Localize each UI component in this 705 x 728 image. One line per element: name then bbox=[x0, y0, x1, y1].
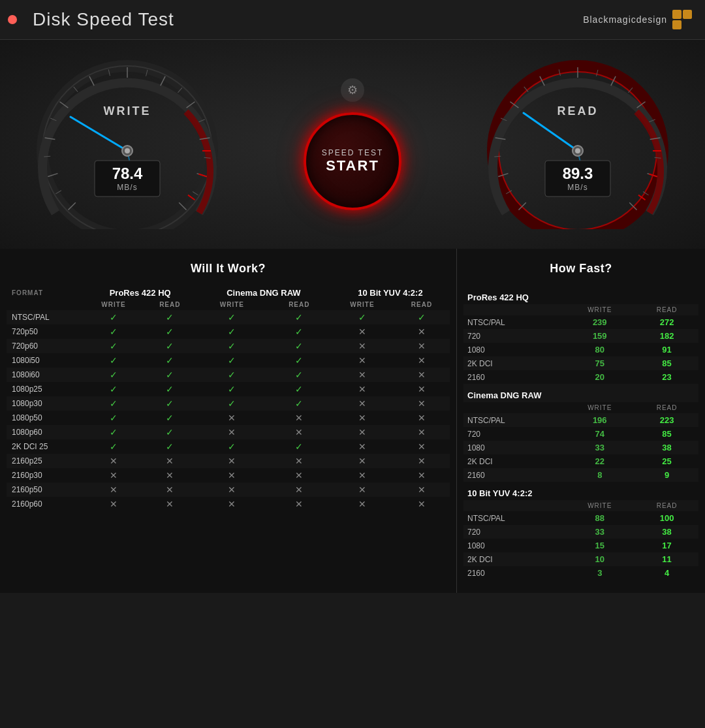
work-cell: ✕ bbox=[331, 382, 394, 396]
data-section: Will It Work? FORMAT ProRes 422 HQ Cinem… bbox=[0, 249, 705, 593]
svg-text:MB/s: MB/s bbox=[567, 183, 588, 192]
fast-data-row: 216034 bbox=[463, 566, 698, 580]
cross-mark: ✕ bbox=[418, 470, 426, 481]
work-table-row: 1080p50✓✓✕✕✕✕ bbox=[7, 411, 450, 425]
work-row-label: NTSC/PAL bbox=[7, 310, 84, 324]
fast-col-header: WRITE bbox=[564, 402, 635, 413]
cross-mark: ✕ bbox=[358, 484, 366, 495]
fast-write-value: 33 bbox=[564, 525, 635, 539]
fast-col-header: READ bbox=[635, 402, 698, 413]
settings-button[interactable]: ⚙ bbox=[341, 78, 364, 102]
start-button[interactable]: SPEED TEST START bbox=[304, 112, 401, 210]
brand-name: Blackmagicdesign bbox=[583, 14, 667, 25]
work-cell: ✕ bbox=[84, 483, 143, 497]
work-cell: ✓ bbox=[84, 382, 143, 396]
fast-group-title: Cinema DNG RAW bbox=[463, 384, 698, 402]
work-cell: ✓ bbox=[268, 368, 331, 382]
work-cell: ✕ bbox=[394, 497, 450, 511]
fast-write-value: 22 bbox=[564, 454, 635, 468]
work-cell: ✕ bbox=[394, 339, 450, 353]
fast-table: ProRes 422 HQWRITEREADNTSC/PAL2392727201… bbox=[463, 286, 698, 580]
fast-write-value: 10 bbox=[564, 552, 635, 566]
fast-data-row: 10803338 bbox=[463, 441, 698, 454]
check-mark: ✓ bbox=[110, 326, 118, 337]
svg-line-27 bbox=[70, 117, 127, 151]
cross-mark: ✕ bbox=[358, 384, 366, 394]
fast-row-label: 1080 bbox=[463, 343, 564, 356]
fast-read-value: 38 bbox=[635, 441, 698, 454]
work-row-label: 2160p60 bbox=[7, 497, 84, 511]
work-table-row: 2160p30✕✕✕✕✕✕ bbox=[7, 468, 450, 483]
title-bar: Disk Speed Test Blackmagicdesign bbox=[0, 0, 705, 40]
write-gauge: WRITE 78.4 MB/s bbox=[26, 59, 228, 229]
work-table-row: 720p60✓✓✓✓✕✕ bbox=[7, 339, 450, 353]
work-cell: ✕ bbox=[144, 468, 196, 483]
work-row-label: 2K DCI 25 bbox=[7, 439, 84, 454]
cross-mark: ✕ bbox=[295, 413, 303, 423]
work-cell: ✓ bbox=[144, 382, 196, 396]
fast-col-header-row: WRITEREAD bbox=[463, 304, 698, 315]
check-mark: ✓ bbox=[228, 326, 236, 337]
work-cell: ✕ bbox=[331, 339, 394, 353]
check-mark: ✓ bbox=[166, 441, 174, 452]
fast-write-value: 88 bbox=[564, 511, 635, 525]
fast-write-value: 239 bbox=[564, 315, 635, 329]
work-table-row: 2K DCI 25✓✓✓✓✕✕ bbox=[7, 439, 450, 454]
fast-read-value: 23 bbox=[635, 370, 698, 384]
cross-mark: ✕ bbox=[418, 384, 426, 394]
cross-mark: ✕ bbox=[418, 441, 426, 452]
work-cell: ✓ bbox=[144, 439, 196, 454]
work-cell: ✕ bbox=[331, 324, 394, 339]
cross-mark: ✕ bbox=[418, 326, 426, 337]
work-row-label: 1080p60 bbox=[7, 425, 84, 439]
work-cell: ✓ bbox=[268, 353, 331, 368]
check-mark: ✓ bbox=[110, 398, 118, 409]
cross-mark: ✕ bbox=[166, 470, 174, 481]
work-row-label: 1080p30 bbox=[7, 396, 84, 411]
work-cell: ✓ bbox=[268, 396, 331, 411]
work-cell: ✓ bbox=[84, 439, 143, 454]
work-cell: ✓ bbox=[144, 396, 196, 411]
fast-write-value: 75 bbox=[564, 356, 635, 370]
cross-mark: ✕ bbox=[295, 456, 303, 466]
svg-text:READ: READ bbox=[557, 104, 598, 118]
svg-line-62 bbox=[524, 113, 578, 151]
work-cell: ✕ bbox=[394, 396, 450, 411]
fast-read-value: 182 bbox=[635, 329, 698, 343]
work-cell: ✓ bbox=[196, 324, 268, 339]
cross-mark: ✕ bbox=[358, 326, 366, 337]
cross-mark: ✕ bbox=[228, 470, 236, 481]
fast-data-row: NTSC/PAL196223 bbox=[463, 413, 698, 427]
fast-read-value: 223 bbox=[635, 413, 698, 427]
work-cell: ✓ bbox=[268, 324, 331, 339]
fast-write-value: 3 bbox=[564, 566, 635, 580]
write-gauge-svg: WRITE 78.4 MB/s bbox=[26, 59, 228, 229]
work-cell: ✕ bbox=[196, 468, 268, 483]
read-gauge-svg: READ 89.3 MB/s bbox=[477, 59, 679, 229]
work-cell: ✕ bbox=[331, 368, 394, 382]
work-cell: ✕ bbox=[268, 483, 331, 497]
cross-mark: ✕ bbox=[418, 427, 426, 437]
svg-text:WRITE: WRITE bbox=[104, 104, 151, 118]
check-mark: ✓ bbox=[110, 441, 118, 452]
work-cell: ✓ bbox=[84, 353, 143, 368]
cross-mark: ✕ bbox=[358, 398, 366, 409]
work-cell: ✕ bbox=[394, 411, 450, 425]
check-mark: ✓ bbox=[295, 441, 303, 452]
cross-mark: ✕ bbox=[418, 355, 426, 366]
fast-data-row: 720159182 bbox=[463, 329, 698, 343]
fast-row-label: 2160 bbox=[463, 468, 564, 482]
work-cell: ✓ bbox=[268, 382, 331, 396]
work-cell: ✕ bbox=[196, 411, 268, 425]
work-cell: ✕ bbox=[394, 468, 450, 483]
fast-group-header-row: ProRes 422 HQ bbox=[463, 286, 698, 304]
how-fast-section: How Fast? ProRes 422 HQWRITEREADNTSC/PAL… bbox=[457, 249, 705, 593]
svg-point-65 bbox=[575, 148, 580, 153]
work-cell: ✓ bbox=[84, 339, 143, 353]
work-cell: ✕ bbox=[331, 411, 394, 425]
work-cell: ✕ bbox=[331, 353, 394, 368]
fast-read-value: 272 bbox=[635, 315, 698, 329]
fast-data-row: 10801517 bbox=[463, 539, 698, 552]
close-button[interactable] bbox=[8, 15, 17, 24]
check-mark: ✓ bbox=[228, 355, 236, 366]
